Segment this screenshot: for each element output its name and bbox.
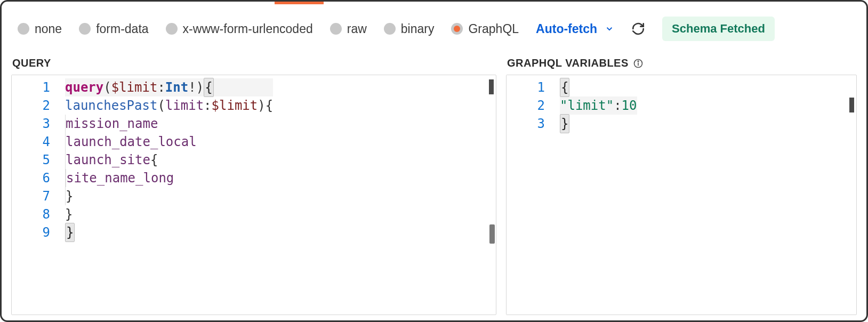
radio-icon bbox=[79, 23, 91, 35]
body-type-radio-group: noneform-datax-www-form-urlencodedrawbin… bbox=[18, 22, 519, 36]
radio-icon bbox=[18, 23, 29, 35]
body-type-radio-none[interactable]: none bbox=[18, 22, 62, 36]
body-type-radio-form[interactable]: form-data bbox=[79, 22, 148, 36]
svg-point-2 bbox=[638, 61, 639, 62]
radio-icon bbox=[384, 23, 396, 35]
body-type-radio-gql[interactable]: GraphQL bbox=[451, 22, 519, 36]
variables-panel: GRAPHQL VARIABLES 123 { "limit": 10} bbox=[506, 54, 857, 315]
info-icon[interactable] bbox=[633, 58, 644, 69]
refresh-icon bbox=[631, 22, 645, 36]
body-type-radio-raw[interactable]: raw bbox=[330, 22, 367, 36]
request-body-panel: noneform-datax-www-form-urlencodedrawbin… bbox=[0, 0, 868, 322]
body-type-toolbar: noneform-datax-www-form-urlencodedrawbin… bbox=[2, 2, 866, 54]
radio-icon bbox=[166, 23, 178, 35]
radio-label: binary bbox=[401, 22, 435, 36]
query-code-area[interactable]: query ($limit: Int!){ launchesPast(limit… bbox=[65, 75, 276, 315]
editor-panels: QUERY 123456789 query ($limit: Int!){ la… bbox=[2, 54, 866, 322]
query-title: QUERY bbox=[11, 54, 496, 75]
variables-editor[interactable]: 123 { "limit": 10} bbox=[506, 75, 857, 315]
radio-icon bbox=[330, 23, 342, 35]
body-type-radio-bin[interactable]: binary bbox=[384, 22, 435, 36]
refresh-schema-button[interactable] bbox=[631, 22, 645, 36]
variables-line-gutter: 123 bbox=[507, 75, 560, 315]
editor-cursor-marker bbox=[849, 98, 854, 112]
radio-label: none bbox=[35, 22, 62, 36]
schema-status-badge: Schema Fetched bbox=[662, 17, 775, 41]
auto-fetch-label: Auto-fetch bbox=[536, 22, 597, 36]
radio-label: form-data bbox=[96, 22, 148, 36]
editor-cursor-marker bbox=[489, 79, 494, 94]
query-editor[interactable]: 123456789 query ($limit: Int!){ launches… bbox=[11, 75, 496, 315]
body-type-radio-xwww[interactable]: x-www-form-urlencoded bbox=[166, 22, 313, 36]
radio-icon bbox=[451, 23, 463, 35]
variables-code-area[interactable]: { "limit": 10} bbox=[560, 75, 640, 315]
radio-label: raw bbox=[347, 22, 367, 36]
auto-fetch-dropdown[interactable]: Auto-fetch bbox=[536, 22, 614, 36]
chevron-down-icon bbox=[605, 24, 614, 34]
variables-title: GRAPHQL VARIABLES bbox=[506, 54, 857, 75]
variables-title-text: GRAPHQL VARIABLES bbox=[507, 57, 629, 69]
radio-label: GraphQL bbox=[468, 22, 519, 36]
scrollbar-thumb[interactable] bbox=[489, 224, 495, 244]
active-tab-indicator bbox=[275, 2, 324, 4]
radio-label: x-www-form-urlencoded bbox=[183, 22, 313, 36]
query-line-gutter: 123456789 bbox=[12, 75, 65, 315]
query-panel: QUERY 123456789 query ($limit: Int!){ la… bbox=[11, 54, 496, 315]
